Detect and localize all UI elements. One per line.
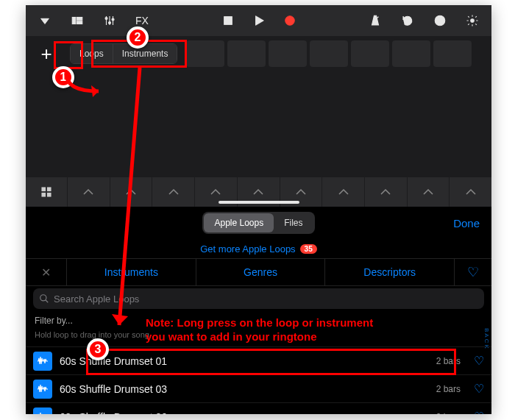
loop-favorite-button[interactable]: ♡ (474, 354, 484, 368)
region[interactable] (351, 40, 389, 67)
transport-controls (215, 8, 303, 33)
category-descriptors[interactable]: Descriptors (325, 259, 455, 285)
search-input[interactable]: Search Apple Loops (33, 288, 484, 309)
info-button[interactable] (425, 8, 455, 33)
heart-icon: ♡ (474, 355, 484, 367)
metronome-button[interactable] (360, 8, 390, 33)
region[interactable] (392, 40, 430, 67)
chevron-up-icon (83, 189, 93, 195)
view-dropdown[interactable] (30, 8, 60, 33)
region[interactable] (310, 40, 348, 67)
loop-name: 60s Shuffle Drumset 03 (60, 383, 429, 395)
loop-bars: 2 bars (436, 356, 461, 366)
key[interactable] (407, 177, 450, 207)
heart-icon: ♡ (474, 382, 484, 395)
waveform-icon (33, 380, 52, 399)
loop-bars: 2 bars (436, 384, 461, 394)
tracks-editor-panel: FX + (26, 5, 491, 207)
key[interactable] (152, 177, 194, 207)
search-icon (39, 293, 49, 304)
chevron-up-icon (168, 189, 179, 195)
region[interactable] (269, 40, 307, 67)
close-filter-button[interactable]: ✕ (26, 259, 67, 285)
svg-rect-16 (48, 188, 52, 191)
key[interactable] (322, 177, 364, 207)
loop-name: 60s Shuffle Drumset 06 (60, 411, 429, 415)
key[interactable] (110, 177, 152, 207)
svg-point-8 (112, 18, 114, 21)
loop-item[interactable]: 60s Shuffle Drumset 01 2 bars ♡ (26, 346, 491, 374)
svg-rect-2 (77, 21, 82, 24)
loop-favorite-button[interactable]: ♡ (474, 382, 484, 396)
key[interactable] (449, 177, 491, 207)
svg-rect-0 (72, 18, 76, 24)
undo-button[interactable] (393, 8, 422, 33)
chevron-up-icon (253, 189, 263, 195)
svg-point-14 (471, 19, 475, 23)
record-icon (283, 14, 296, 27)
svg-point-10 (285, 16, 294, 26)
plus-icon: + (40, 43, 52, 65)
chevron-up-icon (210, 189, 221, 195)
region[interactable] (227, 40, 266, 67)
key[interactable] (364, 177, 407, 207)
loop-list: 60s Shuffle Drumset 01 2 bars ♡ 60s Shuf… (26, 346, 491, 414)
grid-icon (40, 185, 53, 199)
play-icon (252, 14, 266, 27)
fx-label: FX (135, 15, 149, 26)
tab-instruments[interactable]: Instruments (113, 44, 177, 63)
svg-point-6 (105, 18, 107, 20)
region[interactable] (186, 40, 224, 67)
grid-button[interactable] (26, 185, 67, 199)
play-button[interactable] (246, 8, 272, 33)
waveform-icon (33, 352, 52, 371)
undo-icon (401, 14, 414, 27)
svg-point-7 (109, 22, 111, 24)
search-row: Search Apple Loops (26, 286, 491, 311)
loop-item[interactable]: 60s Shuffle Drumset 06 2 bars ♡ (26, 402, 491, 414)
tracks-view-button[interactable] (63, 8, 92, 33)
add-track-button[interactable]: + (26, 36, 67, 71)
get-more-loops-link[interactable]: Get more Apple Loops 35 (26, 239, 491, 258)
chevron-up-icon (296, 189, 306, 195)
loop-favorite-button[interactable]: ♡ (474, 410, 484, 414)
chevron-up-icon (380, 189, 391, 195)
waveform-icon (33, 407, 52, 415)
done-button[interactable]: Done (453, 217, 480, 229)
tab-loops[interactable]: Loops (71, 44, 113, 63)
filter-by-button[interactable]: Filter by... (26, 311, 491, 330)
fx-button[interactable]: FX (127, 8, 157, 33)
mixer-button[interactable] (95, 8, 124, 33)
tracks-icon (71, 14, 84, 27)
track-header-row: + Loops Instruments (26, 36, 491, 71)
heart-icon: ♡ (474, 410, 484, 414)
heart-icon: ♡ (467, 264, 479, 280)
category-instruments[interactable]: Instruments (67, 259, 196, 285)
svg-rect-15 (42, 188, 46, 191)
seg-files[interactable]: Files (274, 213, 313, 232)
triangle-down-icon (38, 14, 52, 27)
gear-icon (466, 14, 479, 27)
favorites-button[interactable]: ♡ (455, 264, 491, 280)
category-row: ✕ Instruments Genres Descriptors ♡ (26, 258, 491, 286)
stop-button[interactable] (215, 8, 241, 33)
region[interactable] (433, 40, 472, 67)
filter-label: Filter by... (35, 316, 73, 326)
question-icon (433, 14, 447, 27)
key[interactable] (67, 177, 110, 207)
settings-button[interactable] (458, 8, 487, 33)
category-genres[interactable]: Genres (196, 259, 326, 285)
loops-count-badge: 35 (300, 244, 317, 254)
drag-hint: Hold loop to drag into your song. (26, 330, 491, 346)
record-button[interactable] (277, 8, 303, 33)
loop-name: 60s Shuffle Drumset 01 (60, 355, 429, 367)
loop-item[interactable]: 60s Shuffle Drumset 03 2 bars ♡ (26, 374, 491, 402)
browser-header: Apple Loops Files Done (26, 207, 491, 239)
seg-apple-loops[interactable]: Apple Loops (204, 213, 274, 232)
metronome-icon (369, 14, 382, 27)
track-library-tabs: Loops Instruments (70, 43, 177, 64)
svg-point-13 (439, 23, 440, 24)
side-label: BACK (483, 328, 490, 350)
chevron-up-icon (466, 189, 476, 195)
chevron-up-icon (423, 189, 433, 195)
